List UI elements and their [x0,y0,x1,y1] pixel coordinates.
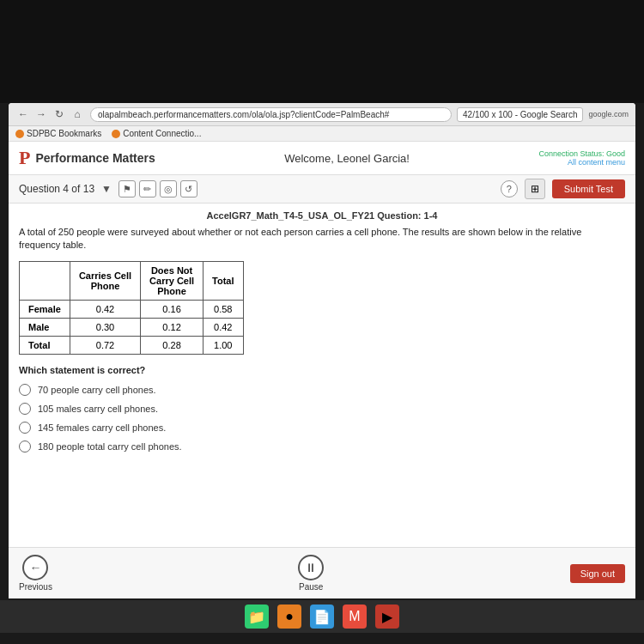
bookmark-sdpbc-label: SDPBC Bookmarks [27,129,101,138]
toolbar-left: Question 4 of 13 ▼ ⚑ ✏ ◎ ↺ [19,180,197,197]
total-total: 1.00 [204,336,243,354]
bookmark-content-label: Content Connectio... [123,129,201,138]
table-row-male: Male 0.30 0.12 0.42 [20,318,244,336]
answer-text-a: 70 people carry cell phones. [38,385,156,395]
table-header-total: Total [204,261,243,300]
connection-status: Connection Status: Good All content menu [538,149,625,167]
question-id-line: AccelGR7_Math_T4-5_USA_OL_FY21 Question:… [19,210,625,221]
which-statement-label: Which statement is correct? [19,365,625,375]
question-counter: Question 4 of 13 [19,183,94,195]
pause-label: Pause [299,582,323,592]
app-header: P Performance Matters Welcome, Leonel Ga… [9,142,635,175]
taskbar-icon-docs[interactable]: 📄 [310,605,334,629]
search-box[interactable]: 42/100 x 100 - Google Search [457,107,583,122]
table-row-female: Female 0.42 0.16 0.58 [20,300,244,318]
radio-d[interactable] [19,440,31,453]
total-not-carry: 0.28 [141,336,204,354]
search-domain: google.com [588,110,629,118]
color-icon[interactable]: ◎ [160,180,177,197]
home-button[interactable]: ⌂ [70,106,85,122]
table-header-empty [20,261,70,300]
logo-icon: P [19,147,30,169]
content-area: AccelGR7_Math_T4-5_USA_OL_FY21 Question:… [9,204,635,547]
app-name: Performance Matters [35,151,155,165]
previous-label: Previous [19,582,52,592]
total-carries: 0.72 [70,336,140,354]
answer-text-d: 180 people total carry cell phones. [38,441,182,452]
pause-icon: ⏸ [298,555,324,580]
male-carries: 0.30 [70,318,140,336]
forward-button[interactable]: → [33,106,49,122]
reset-icon[interactable]: ↺ [180,180,197,197]
previous-button[interactable]: ← Previous [19,555,52,592]
answer-choices: 70 people carry cell phones. 105 males c… [19,384,625,453]
male-total: 0.42 [204,318,243,336]
row-label-male: Male [20,318,70,336]
logo-area: P Performance Matters [19,147,155,169]
bottom-bar: ← Previous ⏸ Pause Sign out [9,547,635,598]
connection-text: Connection Status: Good [538,149,625,158]
female-not-carry: 0.16 [141,300,204,318]
radio-b[interactable] [19,403,31,415]
bookmark-content[interactable]: Content Connectio... [112,129,201,138]
female-total: 0.58 [204,300,243,318]
welcome-message: Welcome, Leonel Garcia! [284,152,410,165]
dell-branding: DELL [0,633,644,644]
row-label-female: Female [20,300,70,318]
table-header-carries: Carries CellPhone [70,261,140,300]
answer-choice-c[interactable]: 145 females carry cell phones. [19,422,625,434]
radio-c[interactable] [19,422,31,434]
taskbar-icon-files[interactable]: 📁 [245,605,269,629]
bookmark-dot [15,130,24,138]
taskbar: 📁 ● 📄 M ▶ [0,600,644,633]
back-button[interactable]: ← [15,106,31,122]
bookmarks-bar: SDPBC Bookmarks Content Connectio... [9,126,635,142]
pencil-icon[interactable]: ✏ [139,180,156,197]
bookmark-dot2 [112,130,120,138]
taskbar-icon-chrome[interactable]: ● [277,605,301,629]
male-not-carry: 0.12 [141,318,204,336]
sign-out-button[interactable]: Sign out [570,564,625,583]
row-label-total: Total [20,336,70,354]
female-carries: 0.42 [70,300,140,318]
table-row-total: Total 0.72 0.28 1.00 [20,336,244,354]
all-content-link[interactable]: All content menu [568,158,625,167]
answer-choice-b[interactable]: 105 males carry cell phones. [19,403,625,415]
question-prompt: A total of 250 people were surveyed abou… [19,226,625,252]
submit-test-button[interactable]: Submit Test [552,179,625,198]
taskbar-icon-video[interactable]: ▶ [375,605,399,629]
frequency-table: Carries CellPhone Does NotCarry CellPhon… [19,261,244,355]
toolbar: Question 4 of 13 ▼ ⚑ ✏ ◎ ↺ ? ⊞ Submit Te… [9,175,635,204]
previous-icon: ← [22,555,48,580]
toolbar-icons: ⚑ ✏ ◎ ↺ [118,180,197,197]
answer-choice-d[interactable]: 180 people total carry cell phones. [19,440,625,453]
flag-icon[interactable]: ⚑ [118,180,136,197]
taskbar-icon-gmail[interactable]: M [343,605,367,629]
bookmark-sdpbc[interactable]: SDPBC Bookmarks [15,129,101,138]
table-header-not-carry: Does NotCarry CellPhone [141,261,204,300]
answer-text-c: 145 females carry cell phones. [38,422,166,433]
help-button[interactable]: ? [501,180,518,197]
pause-button[interactable]: ⏸ Pause [298,555,324,592]
refresh-button[interactable]: ↻ [52,106,67,122]
calculator-icon[interactable]: ⊞ [525,179,545,199]
address-bar[interactable]: olapalmbeach.performancematters.com/ola/… [90,107,452,122]
answer-text-b: 105 males carry cell phones. [38,404,158,414]
radio-a[interactable] [19,384,31,396]
answer-choice-a[interactable]: 70 people carry cell phones. [19,384,625,396]
